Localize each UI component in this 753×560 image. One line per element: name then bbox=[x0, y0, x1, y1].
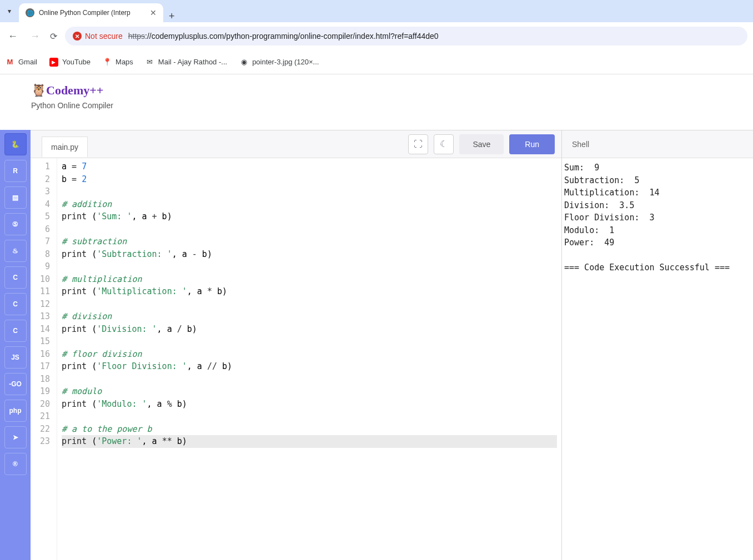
compiler-app: 🐍R▤⑤♨CCCJS-GOphp➤® main.py ⛶ ☾ Save Run … bbox=[0, 130, 753, 560]
run-button[interactable]: Run bbox=[509, 134, 555, 154]
site-logo[interactable]: 🦉Codemy++ bbox=[31, 83, 722, 98]
url-text: https://codemyplusplus.com/python-progra… bbox=[128, 32, 439, 41]
code-line[interactable]: # modulo bbox=[62, 385, 557, 398]
code-line[interactable] bbox=[62, 410, 557, 423]
code-line[interactable] bbox=[62, 185, 557, 198]
bookmark-youtube[interactable]: ▶ YouTube bbox=[49, 58, 91, 67]
code-line[interactable] bbox=[62, 335, 557, 348]
lang-c-button[interactable]: C bbox=[4, 266, 27, 289]
lang-js-button[interactable]: JS bbox=[4, 346, 27, 369]
lang-rust-button[interactable]: ® bbox=[4, 453, 27, 475]
shell-panel: Shell Sum: 9 Subtraction: 5 Multiplicati… bbox=[562, 130, 753, 560]
security-badge[interactable]: ✕ Not secure bbox=[73, 32, 123, 41]
maps-icon: 📍 bbox=[103, 58, 112, 67]
bookmark-mail[interactable]: ✉ Mail - Ajay Rathod -... bbox=[145, 58, 227, 67]
editor-toolbar: main.py ⛶ ☾ Save Run bbox=[31, 130, 561, 158]
lang-r-button[interactable]: R bbox=[4, 160, 27, 182]
code-line[interactable]: print ('Power: ', a ** b) bbox=[62, 435, 557, 448]
code-line[interactable] bbox=[62, 298, 557, 311]
code-line[interactable]: # addition bbox=[62, 198, 557, 211]
code-area[interactable]: a = 7b = 2 # additionprint ('Sum: ', a +… bbox=[57, 158, 561, 560]
code-line[interactable]: print ('Subtraction: ', a - b) bbox=[62, 248, 557, 261]
code-line[interactable] bbox=[62, 373, 557, 386]
lang-swift-button[interactable]: ➤ bbox=[4, 426, 27, 448]
site-header: 🦉Codemy++ Python Online Compiler bbox=[0, 74, 753, 130]
code-line[interactable]: print ('Sum: ', a + b) bbox=[62, 210, 557, 223]
page-title: Python Online Compiler bbox=[31, 98, 722, 110]
save-button[interactable]: Save bbox=[459, 134, 504, 154]
bookmarks-bar: M Gmail ▶ YouTube 📍 Maps ✉ Mail - Ajay R… bbox=[0, 50, 753, 74]
file-tab[interactable]: main.py bbox=[42, 137, 88, 157]
language-sidebar: 🐍R▤⑤♨CCCJS-GOphp➤® bbox=[0, 130, 31, 560]
gmail-icon: M bbox=[6, 58, 14, 67]
lang-java-button[interactable]: ♨ bbox=[4, 240, 27, 262]
shell-toolbar: Shell bbox=[562, 130, 753, 158]
code-line[interactable] bbox=[62, 260, 557, 273]
fullscreen-button[interactable]: ⛶ bbox=[408, 134, 428, 154]
line-number-gutter: 1234567891011121314151617181920212223 bbox=[31, 158, 57, 560]
new-tab-button[interactable]: + bbox=[163, 11, 180, 22]
globe-icon: 🌐 bbox=[26, 8, 34, 17]
globe-icon: ◉ bbox=[239, 58, 248, 67]
youtube-icon: ▶ bbox=[49, 58, 58, 67]
code-line[interactable]: # subtraction bbox=[62, 235, 557, 248]
moon-icon: ☾ bbox=[440, 139, 448, 149]
browser-tab-strip: ▾ 🌐 Online Python Compiler (Interp ✕ + bbox=[0, 0, 753, 22]
code-line[interactable]: print ('Multiplication: ', a * b) bbox=[62, 285, 557, 298]
code-line[interactable]: print ('Modulo: ', a % b) bbox=[62, 398, 557, 411]
code-line[interactable]: # division bbox=[62, 310, 557, 323]
code-line[interactable]: print ('Division: ', a / b) bbox=[62, 323, 557, 336]
lang-php-button[interactable]: php bbox=[4, 400, 27, 422]
mail-icon: ✉ bbox=[145, 58, 154, 67]
fullscreen-icon: ⛶ bbox=[414, 139, 423, 149]
code-editor[interactable]: 1234567891011121314151617181920212223 a … bbox=[31, 158, 561, 560]
lang-cpp-button[interactable]: C bbox=[4, 293, 27, 315]
browser-toolbar: ← → ⟳ ✕ Not secure https://codemyplusplu… bbox=[0, 22, 753, 50]
close-icon[interactable]: ✕ bbox=[150, 8, 157, 17]
not-secure-label: Not secure bbox=[85, 32, 123, 41]
code-line[interactable]: b = 2 bbox=[62, 173, 557, 186]
theme-toggle-button[interactable]: ☾ bbox=[434, 134, 454, 154]
browser-tab-active[interactable]: 🌐 Online Python Compiler (Interp ✕ bbox=[19, 3, 163, 22]
bookmark-pointer[interactable]: ◉ pointer-3.jpg (120×... bbox=[239, 58, 319, 67]
shell-tab[interactable]: Shell bbox=[569, 140, 589, 149]
code-line[interactable]: print ('Floor Division: ', a // b) bbox=[62, 360, 557, 373]
reload-button[interactable]: ⟳ bbox=[50, 31, 57, 42]
tab-search-chevron[interactable]: ▾ bbox=[3, 3, 16, 19]
lang-sql-button[interactable]: ▤ bbox=[4, 186, 27, 209]
address-bar[interactable]: ✕ Not secure https://codemyplusplus.com/… bbox=[65, 27, 747, 46]
code-line[interactable]: # multiplication bbox=[62, 273, 557, 286]
bookmark-gmail[interactable]: M Gmail bbox=[6, 58, 37, 67]
not-secure-icon: ✕ bbox=[73, 32, 82, 41]
code-line[interactable]: # a to the power b bbox=[62, 423, 557, 436]
code-line[interactable] bbox=[62, 223, 557, 236]
lang-html-button[interactable]: ⑤ bbox=[4, 213, 27, 235]
back-button[interactable]: ← bbox=[6, 28, 20, 44]
code-line[interactable]: a = 7 bbox=[62, 160, 557, 173]
shell-output[interactable]: Sum: 9 Subtraction: 5 Multiplication: 14… bbox=[562, 158, 753, 560]
tab-title: Online Python Compiler (Interp bbox=[39, 9, 130, 17]
bookmark-maps[interactable]: 📍 Maps bbox=[103, 58, 133, 67]
lang-csharp-button[interactable]: C bbox=[4, 320, 27, 342]
editor-panel: main.py ⛶ ☾ Save Run 1234567891011121314… bbox=[31, 130, 562, 560]
code-line[interactable]: # floor division bbox=[62, 348, 557, 361]
lang-go-button[interactable]: -GO bbox=[4, 373, 27, 395]
forward-button[interactable]: → bbox=[28, 28, 42, 44]
lang-python-button[interactable]: 🐍 bbox=[4, 133, 27, 155]
